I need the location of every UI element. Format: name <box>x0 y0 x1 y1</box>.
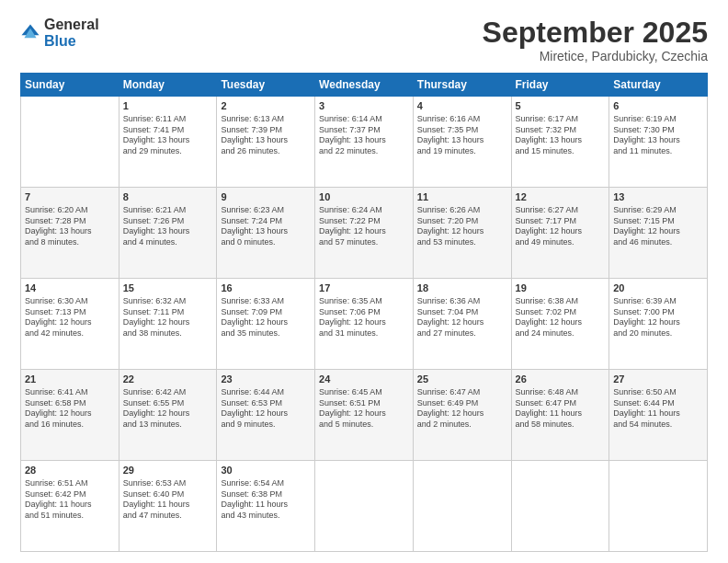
day-info: Sunrise: 6:50 AMSunset: 6:44 PMDaylight:… <box>613 387 703 431</box>
location: Miretice, Pardubicky, Czechia <box>483 49 708 63</box>
table-row: 26Sunrise: 6:48 AMSunset: 6:47 PMDayligh… <box>511 370 609 461</box>
day-number: 15 <box>123 282 213 295</box>
day-number: 12 <box>516 190 606 204</box>
table-row: 16Sunrise: 6:33 AMSunset: 7:09 PMDayligh… <box>217 279 315 370</box>
table-row: 20Sunrise: 6:39 AMSunset: 7:00 PMDayligh… <box>609 279 708 370</box>
table-row: 17Sunrise: 6:35 AMSunset: 7:06 PMDayligh… <box>315 279 414 370</box>
day-info: Sunrise: 6:42 AMSunset: 6:55 PMDaylight:… <box>123 387 213 431</box>
day-number: 21 <box>25 373 115 386</box>
table-row: 3Sunrise: 6:14 AMSunset: 7:37 PMDaylight… <box>315 97 414 188</box>
logo-text: General Blue <box>44 17 99 50</box>
day-number: 16 <box>221 282 311 295</box>
calendar-week-row: 7Sunrise: 6:20 AMSunset: 7:28 PMDaylight… <box>21 188 708 279</box>
day-info: Sunrise: 6:51 AMSunset: 6:42 PMDaylight:… <box>25 478 115 522</box>
col-saturday: Saturday <box>609 74 708 97</box>
day-number: 4 <box>417 99 507 113</box>
day-number: 6 <box>613 99 703 113</box>
day-info: Sunrise: 6:20 AMSunset: 7:28 PMDaylight:… <box>25 205 115 248</box>
day-info: Sunrise: 6:45 AMSunset: 6:51 PMDaylight:… <box>319 387 409 431</box>
day-info: Sunrise: 6:11 AMSunset: 7:41 PMDaylight:… <box>123 114 213 157</box>
day-number: 1 <box>123 99 213 113</box>
day-number: 3 <box>319 99 409 113</box>
col-sunday: Sunday <box>21 74 119 97</box>
day-number: 8 <box>123 190 213 204</box>
table-row: 1Sunrise: 6:11 AMSunset: 7:41 PMDaylight… <box>119 97 217 188</box>
day-info: Sunrise: 6:16 AMSunset: 7:35 PMDaylight:… <box>417 114 507 157</box>
table-row: 6Sunrise: 6:19 AMSunset: 7:30 PMDaylight… <box>609 97 708 188</box>
day-info: Sunrise: 6:39 AMSunset: 7:00 PMDaylight:… <box>613 296 703 339</box>
table-row: 5Sunrise: 6:17 AMSunset: 7:32 PMDaylight… <box>511 97 609 188</box>
day-info: Sunrise: 6:27 AMSunset: 7:17 PMDaylight:… <box>516 205 606 248</box>
day-number: 18 <box>417 282 507 295</box>
calendar-table: Sunday Monday Tuesday Wednesday Thursday… <box>20 73 708 552</box>
day-info: Sunrise: 6:21 AMSunset: 7:26 PMDaylight:… <box>123 205 213 248</box>
day-info: Sunrise: 6:33 AMSunset: 7:09 PMDaylight:… <box>221 296 311 339</box>
day-info: Sunrise: 6:32 AMSunset: 7:11 PMDaylight:… <box>123 296 213 339</box>
table-row: 25Sunrise: 6:47 AMSunset: 6:49 PMDayligh… <box>413 370 511 461</box>
day-number: 30 <box>221 464 311 477</box>
day-number: 20 <box>613 282 703 295</box>
table-row: 13Sunrise: 6:29 AMSunset: 7:15 PMDayligh… <box>609 188 708 279</box>
table-row: 2Sunrise: 6:13 AMSunset: 7:39 PMDaylight… <box>217 97 315 188</box>
table-row: 8Sunrise: 6:21 AMSunset: 7:26 PMDaylight… <box>119 188 217 279</box>
day-info: Sunrise: 6:44 AMSunset: 6:53 PMDaylight:… <box>221 387 311 431</box>
day-info: Sunrise: 6:26 AMSunset: 7:20 PMDaylight:… <box>417 205 507 248</box>
day-number: 26 <box>516 373 606 386</box>
day-number: 14 <box>25 282 115 295</box>
day-number: 7 <box>25 190 115 204</box>
calendar-week-row: 28Sunrise: 6:51 AMSunset: 6:42 PMDayligh… <box>21 461 708 552</box>
day-number: 24 <box>319 373 409 386</box>
day-number: 17 <box>319 282 409 295</box>
day-info: Sunrise: 6:48 AMSunset: 6:47 PMDaylight:… <box>516 387 606 431</box>
table-row: 23Sunrise: 6:44 AMSunset: 6:53 PMDayligh… <box>217 370 315 461</box>
day-info: Sunrise: 6:35 AMSunset: 7:06 PMDaylight:… <box>319 296 409 339</box>
table-row: 4Sunrise: 6:16 AMSunset: 7:35 PMDaylight… <box>413 97 511 188</box>
day-info: Sunrise: 6:47 AMSunset: 6:49 PMDaylight:… <box>417 387 507 431</box>
day-number: 28 <box>25 464 115 477</box>
calendar-week-row: 21Sunrise: 6:41 AMSunset: 6:58 PMDayligh… <box>21 370 708 461</box>
day-number: 27 <box>613 373 703 386</box>
day-number: 9 <box>221 190 311 204</box>
calendar-week-row: 1Sunrise: 6:11 AMSunset: 7:41 PMDaylight… <box>21 97 708 188</box>
day-number: 19 <box>516 282 606 295</box>
day-info: Sunrise: 6:29 AMSunset: 7:15 PMDaylight:… <box>613 205 703 248</box>
table-row: 29Sunrise: 6:53 AMSunset: 6:40 PMDayligh… <box>119 461 217 552</box>
header: General Blue September 2025 Miretice, Pa… <box>20 17 708 63</box>
table-row: 9Sunrise: 6:23 AMSunset: 7:24 PMDaylight… <box>217 188 315 279</box>
table-row: 15Sunrise: 6:32 AMSunset: 7:11 PMDayligh… <box>119 279 217 370</box>
day-info: Sunrise: 6:54 AMSunset: 6:38 PMDaylight:… <box>221 478 311 522</box>
day-info: Sunrise: 6:53 AMSunset: 6:40 PMDaylight:… <box>123 478 213 522</box>
day-info: Sunrise: 6:13 AMSunset: 7:39 PMDaylight:… <box>221 114 311 157</box>
table-row: 14Sunrise: 6:30 AMSunset: 7:13 PMDayligh… <box>21 279 119 370</box>
table-row <box>511 461 609 552</box>
day-info: Sunrise: 6:14 AMSunset: 7:37 PMDaylight:… <box>319 114 409 157</box>
day-number: 2 <box>221 99 311 113</box>
day-number: 5 <box>516 99 606 113</box>
table-row <box>315 461 414 552</box>
day-number: 23 <box>221 373 311 386</box>
day-info: Sunrise: 6:17 AMSunset: 7:32 PMDaylight:… <box>516 114 606 157</box>
col-thursday: Thursday <box>413 74 511 97</box>
day-info: Sunrise: 6:36 AMSunset: 7:04 PMDaylight:… <box>417 296 507 339</box>
day-number: 29 <box>123 464 213 477</box>
logo-blue: Blue <box>44 33 76 49</box>
table-row: 28Sunrise: 6:51 AMSunset: 6:42 PMDayligh… <box>21 461 119 552</box>
day-number: 25 <box>417 373 507 386</box>
table-row: 19Sunrise: 6:38 AMSunset: 7:02 PMDayligh… <box>511 279 609 370</box>
table-row <box>609 461 708 552</box>
day-number: 13 <box>613 190 703 204</box>
page: General Blue September 2025 Miretice, Pa… <box>0 0 728 563</box>
day-info: Sunrise: 6:30 AMSunset: 7:13 PMDaylight:… <box>25 296 115 339</box>
col-wednesday: Wednesday <box>315 74 414 97</box>
calendar-header-row: Sunday Monday Tuesday Wednesday Thursday… <box>21 74 708 97</box>
calendar-week-row: 14Sunrise: 6:30 AMSunset: 7:13 PMDayligh… <box>21 279 708 370</box>
table-row: 11Sunrise: 6:26 AMSunset: 7:20 PMDayligh… <box>413 188 511 279</box>
day-info: Sunrise: 6:23 AMSunset: 7:24 PMDaylight:… <box>221 205 311 248</box>
table-row: 7Sunrise: 6:20 AMSunset: 7:28 PMDaylight… <box>21 188 119 279</box>
table-row: 12Sunrise: 6:27 AMSunset: 7:17 PMDayligh… <box>511 188 609 279</box>
col-friday: Friday <box>511 74 609 97</box>
day-info: Sunrise: 6:24 AMSunset: 7:22 PMDaylight:… <box>319 205 409 248</box>
table-row: 24Sunrise: 6:45 AMSunset: 6:51 PMDayligh… <box>315 370 414 461</box>
table-row: 30Sunrise: 6:54 AMSunset: 6:38 PMDayligh… <box>217 461 315 552</box>
table-row: 21Sunrise: 6:41 AMSunset: 6:58 PMDayligh… <box>21 370 119 461</box>
